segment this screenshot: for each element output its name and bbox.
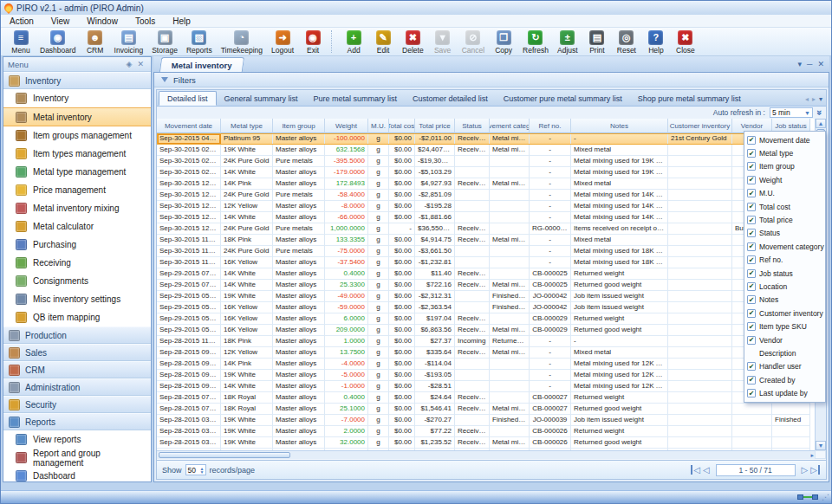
- sidebar-group-security[interactable]: Security: [3, 396, 151, 413]
- toolbar-button-help[interactable]: ?Help: [641, 28, 671, 55]
- menu-window[interactable]: Window: [78, 16, 127, 26]
- minimize-icon[interactable]: ─: [807, 60, 812, 68]
- sidebar-group-administration[interactable]: Administration: [3, 378, 151, 396]
- table-row[interactable]: Sep-30-2015 12:31:5024K Pure GoldPure me…: [157, 223, 826, 235]
- column-header-total-price[interactable]: Total price: [415, 119, 455, 133]
- toolbar-button-close[interactable]: ✖Close: [671, 28, 700, 55]
- column-chooser-item-handler-user[interactable]: ✔Handler user: [744, 360, 825, 373]
- column-chooser-item-movement-category[interactable]: ✔Movement category: [744, 240, 825, 253]
- table-row[interactable]: Sep-29-2015 07:48:5514K WhiteMaster allo…: [157, 268, 826, 280]
- column-header-item-group[interactable]: Item group: [273, 119, 325, 133]
- sidebar-item-dashboard[interactable]: Dashboard: [3, 467, 151, 481]
- chevron-down-icon[interactable]: ▾: [798, 60, 803, 68]
- menu-view[interactable]: View: [42, 16, 79, 26]
- table-row[interactable]: Sep-30-2015 12:34:1514K PinkMaster alloy…: [157, 178, 826, 190]
- sidebar-group-inventory[interactable]: Inventory: [3, 72, 151, 89]
- toolbar-button-logout[interactable]: ➜Logout: [267, 28, 298, 55]
- menu-help[interactable]: Help: [164, 16, 199, 26]
- resize-grip[interactable]: ⋰: [822, 493, 829, 501]
- sidebar-item-receiving[interactable]: Receiving: [3, 254, 151, 272]
- menu-action[interactable]: Action: [1, 16, 42, 26]
- sidebar-item-report-and-group-management[interactable]: Report and group management: [3, 449, 151, 467]
- tab-customer-detailed-list[interactable]: Customer detailed list: [405, 92, 496, 106]
- table-row[interactable]: Sep-30-2015 12:34:1524K Pure GoldPure me…: [157, 190, 826, 201]
- table-row[interactable]: Sep-30-2015 12:34:1512K YellowMaster all…: [157, 201, 826, 212]
- sidebar-item-metal-calculator[interactable]: Metal calculator: [3, 217, 151, 236]
- toolbar-button-invoicing[interactable]: ▤Invoicing: [110, 28, 148, 55]
- table-row[interactable]: Sep-30-2015 11:37:3124K Pure GoldPure me…: [157, 246, 826, 257]
- column-header-movement-date[interactable]: Movement date: [157, 119, 221, 133]
- subtab-scroll-left-icon[interactable]: ◂: [805, 95, 809, 103]
- table-row[interactable]: Sep-30-2015 02:42:0414K WhiteMaster allo…: [157, 167, 826, 178]
- column-chooser-item-ref-no[interactable]: ✔Ref no.: [744, 254, 825, 267]
- table-row[interactable]: Sep-30-2015 02:42:0419K WhiteMaster allo…: [157, 145, 826, 156]
- column-chooser-item-created-by[interactable]: ✔Created by: [744, 373, 825, 386]
- sidebar-item-price-management[interactable]: Price management: [3, 181, 151, 199]
- column-chooser-item-movement-date[interactable]: ✔Movement date: [744, 133, 825, 146]
- column-chooser-item-metal-type[interactable]: ✔Metal type: [744, 146, 825, 159]
- subtab-list-icon[interactable]: ▾: [819, 95, 822, 103]
- column-chooser-item-status[interactable]: ✔Status: [744, 227, 825, 240]
- column-chooser-button[interactable]: »: [816, 110, 824, 115]
- column-header-ref-no[interactable]: Ref no.: [530, 119, 571, 133]
- table-row[interactable]: Sep-30-2015 11:37:3118K PinkMaster alloy…: [157, 235, 826, 246]
- table-row[interactable]: Sep-30-2015 12:34:1514K WhiteMaster allo…: [157, 212, 826, 223]
- tab-customer-pure-metal-summary-list[interactable]: Customer pure metal summary list: [496, 92, 630, 106]
- table-row[interactable]: Sep-29-2015 05:37:3519K WhiteMaster allo…: [157, 291, 826, 302]
- toolbar-button-storage[interactable]: ▣Storage: [147, 28, 182, 55]
- sidebar-item-view-reports[interactable]: View reports: [3, 430, 151, 449]
- table-row[interactable]: Sep-29-2015 05:37:3516K YellowMaster all…: [157, 302, 826, 313]
- column-chooser-item-last-update-by[interactable]: ✔Last update by: [744, 386, 825, 399]
- column-chooser-item-item-type-sku[interactable]: ✔Item type SKU: [744, 320, 825, 333]
- table-row[interactable]: Sep-28-2015 07:59:3918K RoyalMaster allo…: [157, 392, 826, 404]
- prev-page-button[interactable]: ◁: [703, 465, 710, 475]
- table-row[interactable]: Sep-28-2015 03:11:4719K WhiteMaster allo…: [157, 426, 826, 437]
- sidebar-item-consignments[interactable]: Consignments: [3, 272, 151, 290]
- sidebar-group-crm[interactable]: CRM: [3, 361, 151, 378]
- column-chooser-item-notes[interactable]: ✔Notes: [744, 294, 825, 307]
- sidebar-group-production[interactable]: Production: [3, 326, 151, 344]
- table-row[interactable]: Sep-28-2015 09:26:1314K PinkMaster alloy…: [157, 359, 826, 370]
- sidebar-close-icon[interactable]: ✕: [134, 60, 146, 68]
- column-chooser-item-total-cost[interactable]: ✔Total cost: [744, 200, 825, 213]
- column-header-status[interactable]: Status: [455, 119, 490, 133]
- table-row[interactable]: Sep-28-2015 03:11:4719K WhiteMaster allo…: [157, 437, 826, 449]
- sidebar-item-qb-item-mapping[interactable]: QB item mapping: [3, 308, 151, 326]
- toolbar-button-menu[interactable]: ≡Menu: [6, 28, 36, 55]
- toolbar-button-refresh[interactable]: ↻Refresh: [518, 28, 553, 55]
- hscroll-thumb[interactable]: [159, 452, 290, 458]
- tab-detailed-list[interactable]: Detailed list: [159, 91, 217, 106]
- tab-close-icon[interactable]: ✕: [817, 60, 824, 68]
- vscroll-down-arrow-icon[interactable]: ▼: [816, 441, 826, 450]
- first-page-button[interactable]: ◁: [690, 465, 700, 475]
- table-row[interactable]: Sep-30-2015 11:37:3116K YellowMaster all…: [157, 257, 826, 268]
- sidebar-item-metal-inventory[interactable]: Metal inventory: [3, 107, 151, 126]
- column-header-movement-category[interactable]: Movement category: [490, 119, 530, 133]
- column-chooser-item-customer-inventory[interactable]: ✔Customer inventory: [744, 307, 825, 320]
- pin-icon[interactable]: ◈: [124, 60, 135, 68]
- column-chooser-item-vendor[interactable]: ✔Vendor: [744, 333, 825, 346]
- toolbar-button-reset[interactable]: ◎Reset: [612, 28, 641, 55]
- toolbar-button-copy[interactable]: ❐Copy: [489, 28, 518, 55]
- table-row[interactable]: Sep-28-2015 09:26:1314K WhiteMaster allo…: [157, 381, 826, 392]
- table-row[interactable]: Sep-29-2015 07:48:5514K WhiteMaster allo…: [157, 280, 826, 291]
- toolbar-button-edit[interactable]: ✎Edit: [368, 28, 398, 55]
- column-chooser-item-m-u[interactable]: ✔M.U.: [744, 187, 825, 200]
- table-row[interactable]: Sep-30-2015 02:42:0424K Pure GoldPure me…: [157, 156, 826, 167]
- tab-shop-pure-metal-summary-list[interactable]: Shop pure metal summary list: [630, 92, 749, 106]
- sidebar-item-metal-type-management[interactable]: Metal type management: [3, 163, 151, 181]
- sidebar-group-reports[interactable]: Reports: [3, 413, 151, 430]
- page-size-stepper[interactable]: 50 ▲▼: [185, 464, 206, 475]
- next-page-button[interactable]: ▷: [802, 465, 809, 475]
- menu-tools[interactable]: Tools: [127, 16, 164, 26]
- column-chooser-item-location[interactable]: ✔Location: [744, 280, 825, 293]
- sidebar-item-purchasing[interactable]: Purchasing: [3, 236, 151, 254]
- column-chooser-item-weight[interactable]: ✔Weight: [744, 173, 825, 186]
- column-chooser-item-job-status[interactable]: ✔Job status: [744, 267, 825, 280]
- toolbar-button-dashboard[interactable]: ◉Dashboard: [36, 28, 81, 55]
- sidebar-item-inventory[interactable]: Inventory: [3, 89, 151, 107]
- column-chooser-item-total-price[interactable]: ✔Total price: [744, 213, 825, 226]
- table-row[interactable]: Sep-28-2015 07:59:3918K RoyalMaster allo…: [157, 404, 826, 415]
- table-row[interactable]: Sep-28-2015 11:28:5218K PinkMaster alloy…: [157, 336, 826, 347]
- sidebar-item-metal-inventory-mixing[interactable]: Metal inventory mixing: [3, 199, 151, 217]
